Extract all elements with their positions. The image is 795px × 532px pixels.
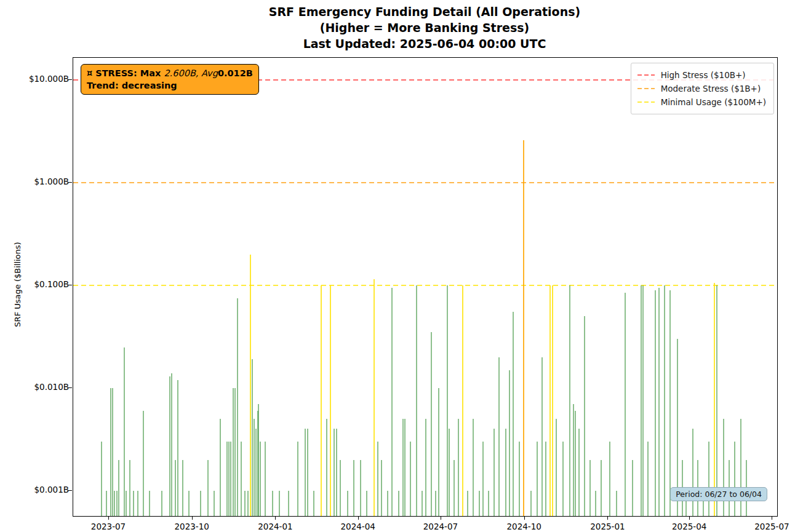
bar [116, 491, 118, 516]
bar [234, 388, 236, 516]
bar [447, 285, 448, 516]
bar [625, 293, 626, 516]
bar [584, 316, 585, 516]
legend-label: Moderate Stress ($1B+) [661, 84, 761, 93]
bar [616, 491, 617, 516]
bar [632, 460, 633, 516]
bar [391, 288, 393, 516]
bar [334, 429, 335, 516]
bar [545, 442, 546, 516]
bar [124, 347, 125, 516]
bar [255, 429, 257, 516]
bar [505, 429, 506, 516]
y-tick-label: $10.000B [20, 74, 69, 84]
bar [479, 491, 480, 516]
x-tick-mark [192, 516, 193, 520]
bar [387, 491, 388, 516]
bar [250, 255, 251, 516]
bar [233, 388, 234, 516]
x-tick-label: 2024-07 [413, 522, 468, 531]
bar [734, 442, 735, 516]
legend-label: Minimal Usage ($100M+) [661, 97, 766, 107]
bar [133, 491, 134, 516]
bar [126, 491, 127, 516]
x-tick-label: 2025-01 [580, 522, 635, 531]
bar [562, 442, 564, 516]
x-tick-label: 2025-04 [661, 522, 717, 531]
bar [228, 442, 230, 516]
legend-dash-swatch [637, 101, 655, 103]
bar [601, 460, 602, 516]
bar [589, 460, 591, 516]
bar [347, 491, 348, 516]
x-tick-label: 2023-07 [81, 522, 136, 531]
bars-layer [73, 58, 777, 516]
bar [279, 491, 280, 516]
legend: High Stress ($10B+)Moderate Stress ($1B+… [631, 63, 774, 114]
bar [664, 285, 665, 516]
bar [118, 460, 119, 516]
bar [438, 388, 439, 516]
bar [482, 442, 484, 516]
bar [175, 460, 176, 516]
bar [340, 460, 341, 516]
x-tick-mark [275, 516, 276, 520]
legend-label: High Stress ($10B+) [661, 70, 746, 80]
bar [708, 442, 709, 516]
bar [188, 491, 190, 516]
bar [169, 376, 170, 516]
plot-area: ¤ STRESS: Max 2.600B, Avg0.012B Trend: d… [73, 57, 778, 517]
bar [402, 419, 404, 516]
bar [404, 419, 405, 516]
bar [473, 419, 474, 516]
bar [431, 332, 432, 516]
bar [260, 442, 261, 516]
bar [112, 388, 113, 516]
bar [714, 283, 715, 516]
legend-row: Minimal Usage ($100M+) [637, 95, 766, 109]
bar [244, 491, 246, 516]
bar [207, 460, 209, 516]
bar [658, 288, 660, 516]
bar [425, 419, 426, 516]
bar [541, 357, 543, 516]
bar [307, 429, 308, 516]
bar [252, 359, 253, 516]
y-tick-label: $1.000B [20, 177, 69, 186]
bar [723, 419, 724, 516]
bar [353, 460, 354, 516]
bar [143, 411, 144, 516]
bar [326, 419, 327, 516]
bar [288, 491, 289, 516]
bar [692, 429, 693, 516]
chart-title-block: SRF Emergency Funding Detail (All Operat… [73, 4, 777, 52]
legend-dash-swatch [637, 74, 655, 76]
bar [377, 442, 378, 516]
bar [498, 357, 500, 516]
bar [171, 373, 172, 516]
period-box: Period: 06/27 to 06/04 [670, 487, 767, 501]
bar [449, 429, 450, 516]
y-tick-label: $0.100B [20, 279, 69, 289]
bar [110, 388, 111, 516]
x-tick-mark [441, 516, 441, 520]
x-tick-label: 2024-01 [247, 522, 303, 531]
bar [106, 491, 107, 516]
bar [578, 429, 580, 516]
bar [556, 419, 557, 516]
bar [642, 285, 644, 516]
bar [129, 460, 130, 516]
bar [360, 460, 361, 516]
bar [669, 290, 671, 516]
bar [366, 491, 367, 516]
bar [416, 285, 417, 516]
bar [330, 285, 331, 516]
bar [552, 285, 553, 516]
x-tick-mark [524, 516, 525, 520]
bar [149, 491, 150, 516]
bar [297, 442, 298, 516]
bar [272, 491, 273, 516]
chart-title: SRF Emergency Funding Detail (All Operat… [73, 4, 777, 20]
bar [305, 429, 306, 516]
bar [493, 429, 495, 516]
